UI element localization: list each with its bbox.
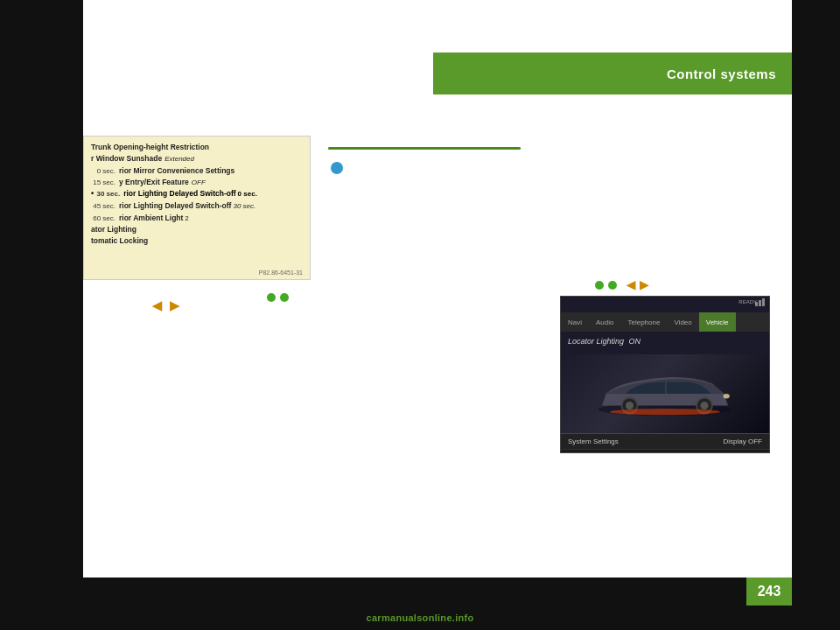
menu-item-6[interactable]: 45 sec. rior Lighting Delayed Switch-off… <box>91 200 303 212</box>
mode-label: on <box>645 452 652 453</box>
header-bar: Control systems <box>433 52 792 94</box>
system-settings-label[interactable]: System Settings <box>568 438 619 445</box>
green-dot-3 <box>595 281 604 290</box>
temp-left: 72° <box>566 452 576 453</box>
nav-navi[interactable]: Navi <box>561 312 589 332</box>
car-silhouette <box>586 363 744 424</box>
car-screen-content: Locator Lighting ON <box>561 332 769 354</box>
signal-bar-3 <box>762 298 765 306</box>
car-screen-header: READY <box>561 297 769 312</box>
auto-left: AUTO <box>603 452 618 453</box>
menu-part-number: P82.86-6451-31 <box>259 270 303 276</box>
menu-item-5-time: 30 sec. <box>95 189 120 200</box>
progress-section <box>328 147 538 150</box>
svg-point-5 <box>724 394 730 398</box>
car-image-area <box>561 354 769 433</box>
green-dots-left <box>267 293 289 302</box>
progress-bar-track <box>328 147 521 150</box>
menu-item-3[interactable]: 0 sec. rior Mirror Convenience Settings <box>91 165 303 177</box>
menu-item-7-time: 60 sec. <box>91 214 116 224</box>
menu-item-4[interactable]: 15 sec. y Entry/Exit Feature OFF <box>91 177 303 188</box>
left-margin <box>0 0 83 595</box>
menu-item-2-label: r Window Sunshade <box>91 153 162 164</box>
menu-item-3-label: rior Mirror Convenience Settings <box>119 165 234 177</box>
menu-item-3-time: 0 sec. <box>91 166 116 177</box>
blue-dot-indicator <box>331 162 343 174</box>
left-arrow-prev[interactable]: ◀ <box>150 298 163 313</box>
right-dots-arrows: ◀ ▶ <box>595 278 648 291</box>
menu-item-7[interactable]: 60 sec. rior Ambient Light 2 <box>91 213 303 224</box>
watermark-text: carmanualsonline.info <box>366 612 473 623</box>
menu-item-9[interactable]: tomatic Locking <box>91 235 303 247</box>
car-screen: READY Navi Audio Telephone Video Vehicle… <box>560 296 770 453</box>
green-dot-1 <box>267 293 276 302</box>
nav-audio[interactable]: Audio <box>589 312 620 332</box>
header-title: Control systems <box>667 66 776 81</box>
menu-item-2[interactable]: r Window Sunshade Extended <box>91 153 303 164</box>
locator-label: Locator Lighting <box>568 337 624 346</box>
green-dot-2 <box>280 293 289 302</box>
footer-watermark: carmanualsonline.info <box>0 612 840 623</box>
temp-right: 72° <box>754 452 764 453</box>
right-arrow-prev[interactable]: ◀ <box>626 278 635 291</box>
menu-item-4-value: OFF <box>192 178 206 188</box>
menu-item-5[interactable]: • 30 sec. rior Lighting Delayed Switch-o… <box>91 188 303 200</box>
nav-video[interactable]: Video <box>667 312 698 332</box>
menu-item-1[interactable]: Trunk Opening-height Restriction <box>91 142 303 153</box>
left-nav-arrows: ◀ ▶ <box>150 298 180 313</box>
nav-telephone[interactable]: Telephone <box>620 312 667 332</box>
car-screen-bottom: System Settings Display OFF <box>561 433 769 449</box>
progress-bar-fill <box>328 147 521 150</box>
svg-point-4 <box>701 402 709 410</box>
menu-item-6-time: 45 sec. <box>91 201 116 212</box>
green-dot-4 <box>608 281 617 290</box>
menu-item-5-bullet: • <box>91 188 94 200</box>
menu-item-6-label: rior Lighting Delayed Switch-off <box>119 200 231 212</box>
display-off-label[interactable]: Display OFF <box>724 438 762 445</box>
car-screen-status-bar: 72° AUTO on on AUTO 72° <box>561 449 769 453</box>
signal-bar-2 <box>759 300 761 306</box>
menu-item-9-label: tomatic Locking <box>91 235 148 247</box>
menu-item-4-time: 15 sec. <box>91 178 116 188</box>
locator-text: Locator Lighting ON <box>568 337 762 346</box>
menu-item-1-label: Trunk Opening-height Restriction <box>91 142 209 153</box>
page-number-text: 243 <box>758 584 781 599</box>
menu-item-8[interactable]: ator Lighting <box>91 224 303 235</box>
menu-item-6-value: 30 sec. <box>233 201 256 212</box>
locator-value: ON <box>629 337 641 346</box>
menu-panel: Trunk Opening-height Restriction r Windo… <box>83 136 311 280</box>
menu-item-7-value: 2 <box>185 214 188 224</box>
mode-right: on <box>679 452 685 453</box>
svg-point-6 <box>610 409 720 415</box>
menu-item-4-label: y Entry/Exit Feature <box>119 177 189 188</box>
right-arrow-next[interactable]: ▶ <box>640 278 648 291</box>
menu-item-2-value: Extended <box>164 154 194 164</box>
menu-item-8-label: ator Lighting <box>91 224 136 235</box>
left-arrow-next[interactable]: ▶ <box>168 298 180 313</box>
right-margin <box>792 0 840 630</box>
nav-vehicle[interactable]: Vehicle <box>699 312 736 332</box>
page-number-badge: 243 <box>746 578 792 606</box>
menu-item-5-value: 0 sec. <box>238 189 257 200</box>
menu-item-5-label: rior Lighting Delayed Switch-off <box>123 188 235 200</box>
ready-label: READY <box>738 299 757 304</box>
auto-right: AUTO <box>712 452 727 453</box>
menu-item-7-label: rior Ambient Light <box>119 213 183 224</box>
car-screen-nav: Navi Audio Telephone Video Vehicle <box>561 312 769 332</box>
svg-point-2 <box>626 402 634 410</box>
